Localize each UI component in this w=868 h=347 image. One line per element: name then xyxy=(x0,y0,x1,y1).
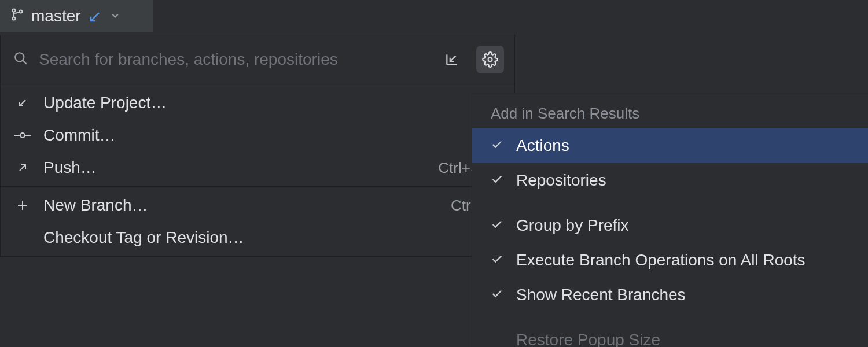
settings-item-repositories[interactable]: Repositories xyxy=(472,163,868,198)
branch-selector-button[interactable]: master ↙ xyxy=(0,0,153,32)
check-icon xyxy=(491,171,505,190)
settings-item-group-by-prefix[interactable]: Group by Prefix xyxy=(472,208,868,243)
search-row xyxy=(1,35,514,84)
action-checkout[interactable]: Checkout Tag or Revision… xyxy=(1,222,514,254)
action-label: New Branch… xyxy=(43,196,438,215)
branches-popup: Update Project…CtrlCommit…CtrlPush…Ctrl+… xyxy=(0,35,515,257)
settings-gear-icon[interactable] xyxy=(476,46,504,73)
check-icon xyxy=(491,286,505,304)
action-commit[interactable]: Commit…Ctrl xyxy=(1,119,514,152)
action-label: Checkout Tag or Revision… xyxy=(43,228,488,247)
action-label: Commit… xyxy=(43,126,465,145)
settings-item-actions[interactable]: Actions xyxy=(472,128,868,163)
settings-item-label: Actions xyxy=(516,136,569,155)
settings-item-label: Execute Branch Operations on All Roots xyxy=(516,251,806,270)
svg-point-5 xyxy=(20,133,25,138)
branch-name-label: master xyxy=(31,7,81,25)
action-update[interactable]: Update Project…Ctrl xyxy=(1,87,514,119)
settings-item-label: Repositories xyxy=(516,171,606,190)
incoming-indicator-icon: ↙ xyxy=(88,7,101,26)
chevron-down-icon xyxy=(109,7,121,25)
check-icon xyxy=(491,136,505,155)
settings-item-execute-branch-operations-on-all-roots[interactable]: Execute Branch Operations on All Roots xyxy=(472,243,868,278)
action-newbranch[interactable]: New Branch…Ctrl+Alt xyxy=(1,189,514,222)
svg-point-4 xyxy=(488,58,492,62)
push-icon xyxy=(14,161,31,175)
newbranch-icon xyxy=(14,198,31,212)
svg-point-1 xyxy=(13,17,16,20)
track-branches-icon[interactable] xyxy=(438,46,466,73)
check-icon xyxy=(491,251,505,270)
actions-group-1: Update Project…CtrlCommit…CtrlPush…Ctrl+… xyxy=(1,84,514,187)
action-push[interactable]: Push…Ctrl+Shift xyxy=(1,152,514,184)
settings-item-label: Group by Prefix xyxy=(516,216,629,235)
settings-item-show-recent-branches[interactable]: Show Recent Branches xyxy=(472,278,868,312)
svg-point-2 xyxy=(20,10,23,13)
settings-item-restore-popup-size: Restore Popup Size xyxy=(472,323,868,347)
check-icon xyxy=(491,216,505,235)
update-icon xyxy=(14,96,31,110)
settings-submenu: Add in Search Results ActionsRepositorie… xyxy=(472,93,868,347)
svg-point-0 xyxy=(13,9,16,12)
actions-group-2: New Branch…Ctrl+AltCheckout Tag or Revis… xyxy=(1,187,514,257)
action-label: Push… xyxy=(43,158,425,177)
search-input[interactable] xyxy=(39,50,428,69)
commit-icon xyxy=(14,128,31,142)
svg-point-3 xyxy=(15,53,24,61)
settings-item-label: Show Recent Branches xyxy=(516,286,686,304)
action-label: Update Project… xyxy=(43,94,465,112)
settings-item-label: Restore Popup Size xyxy=(516,331,660,347)
branch-icon xyxy=(10,7,24,25)
search-icon xyxy=(13,51,28,68)
submenu-section-title: Add in Search Results xyxy=(472,97,868,128)
